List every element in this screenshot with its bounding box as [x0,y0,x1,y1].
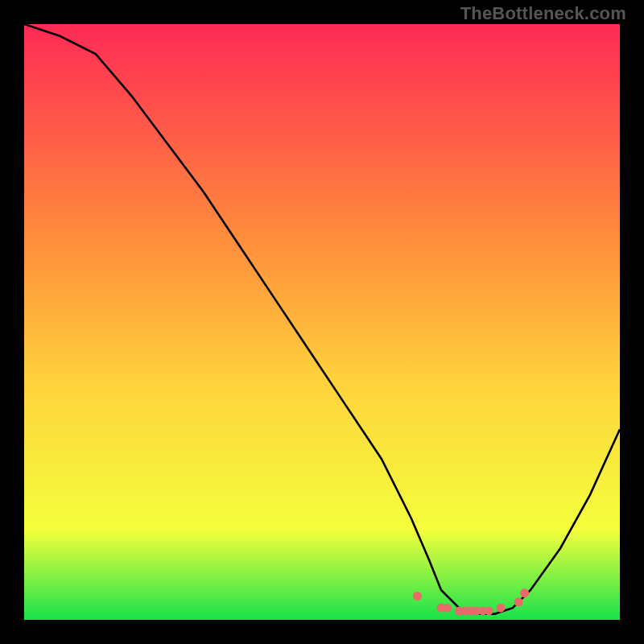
chart-stage: TheBottleneck.com [0,0,644,644]
gradient-background [24,24,620,620]
valley-marker-dot [413,592,422,601]
watermark-label: TheBottleneck.com [460,3,626,24]
plot-area [24,24,620,620]
valley-marker-dot [485,606,493,615]
chart-svg [24,24,620,620]
valley-marker-dot [520,588,529,597]
valley-marker-dot [497,604,506,613]
valley-marker-dot [443,604,452,613]
valley-marker-dot [514,597,523,606]
